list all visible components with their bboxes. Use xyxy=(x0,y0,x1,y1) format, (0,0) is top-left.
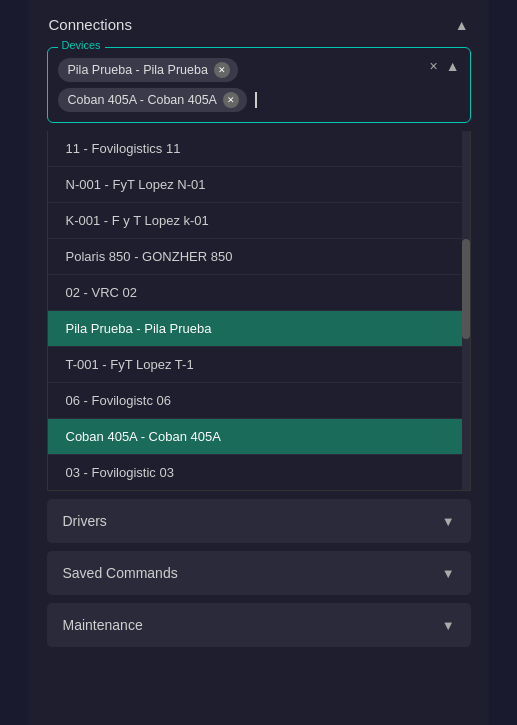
list-item-polaris850[interactable]: Polaris 850 - GONZHER 850 xyxy=(48,239,470,275)
saved-commands-section[interactable]: Saved Commands ▼ xyxy=(47,551,471,595)
list-item-t001[interactable]: T-001 - FyT Lopez T-1 xyxy=(48,347,470,383)
connections-chevron-icon[interactable]: ▲ xyxy=(455,17,469,33)
saved-commands-chevron-icon: ▼ xyxy=(442,566,455,581)
list-item-n001[interactable]: N-001 - FyT Lopez N-01 xyxy=(48,167,470,203)
tag-pila-prueba: Pila Prueba - Pila Prueba ✕ xyxy=(58,58,238,82)
scrollbar-thumb[interactable] xyxy=(462,239,470,340)
clear-all-button[interactable]: × xyxy=(429,58,437,74)
saved-commands-label: Saved Commands xyxy=(63,565,178,581)
tag-pila-prueba-close[interactable]: ✕ xyxy=(214,62,230,78)
devices-label: Devices xyxy=(58,39,105,51)
drivers-section[interactable]: Drivers ▼ xyxy=(47,499,471,543)
list-item-coban405a[interactable]: Coban 405A - Coban 405A xyxy=(48,419,470,455)
list-item-06fovilogistc[interactable]: 06 - Fovilogistc 06 xyxy=(48,383,470,419)
list-item-k001[interactable]: K-001 - F y T Lopez k-01 xyxy=(48,203,470,239)
maintenance-label: Maintenance xyxy=(63,617,143,633)
connections-label: Connections xyxy=(49,16,132,33)
drivers-label: Drivers xyxy=(63,513,107,529)
drivers-chevron-icon: ▼ xyxy=(442,514,455,529)
maintenance-section[interactable]: Maintenance ▼ xyxy=(47,603,471,647)
devices-dropdown-list: 11 - Fovilogistics 11 N-001 - FyT Lopez … xyxy=(47,131,471,491)
sidebar: Connections ▲ Devices Pila Prueba - Pila… xyxy=(29,0,489,725)
collapse-dropdown-button[interactable]: ▲ xyxy=(446,58,460,74)
list-item-02vrc02[interactable]: 02 - VRC 02 xyxy=(48,275,470,311)
list-item-pilaprueba[interactable]: Pila Prueba - Pila Prueba xyxy=(48,311,470,347)
tag-pila-prueba-text: Pila Prueba - Pila Prueba xyxy=(68,63,208,77)
scrollbar-track[interactable] xyxy=(462,131,470,490)
maintenance-chevron-icon: ▼ xyxy=(442,618,455,633)
tag-coban405a: Coban 405A - Coban 405A ✕ xyxy=(58,88,247,112)
list-item-fovilogistics11[interactable]: 11 - Fovilogistics 11 xyxy=(48,131,470,167)
tags-actions: × ▲ xyxy=(423,58,459,74)
list-item-03fovilogistic[interactable]: 03 - Fovilogistic 03 xyxy=(48,455,470,490)
devices-container[interactable]: Devices Pila Prueba - Pila Prueba ✕ Coba… xyxy=(47,47,471,123)
text-cursor xyxy=(255,92,257,108)
tag-coban405a-text: Coban 405A - Coban 405A xyxy=(68,93,217,107)
tags-action-row: Pila Prueba - Pila Prueba ✕ Coban 405A -… xyxy=(58,58,460,112)
tags-row: Pila Prueba - Pila Prueba ✕ Coban 405A -… xyxy=(58,58,418,112)
tag-coban405a-close[interactable]: ✕ xyxy=(223,92,239,108)
